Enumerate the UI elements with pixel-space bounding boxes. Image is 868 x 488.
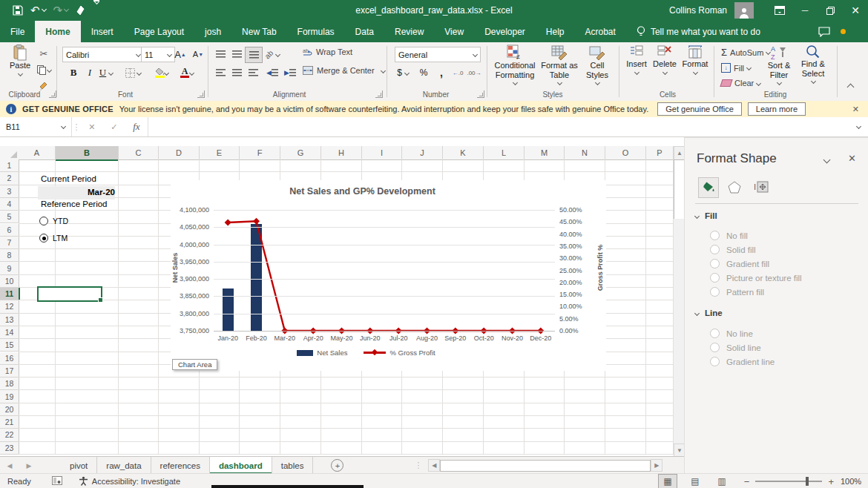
radio-ytd[interactable]: YTD — [39, 217, 68, 225]
merge-center-button[interactable]: Merge & Center — [303, 66, 385, 75]
fill-tab-icon[interactable] — [698, 177, 719, 198]
column-header-I[interactable]: I — [362, 146, 402, 160]
cancel-entry-icon[interactable]: ✕ — [88, 122, 95, 132]
hscroll-right-icon[interactable]: ▶ — [651, 459, 662, 472]
tab-view[interactable]: View — [434, 21, 474, 42]
column-header-G[interactable]: G — [280, 146, 321, 160]
paste-button[interactable]: Paste — [6, 44, 34, 93]
row-header-14[interactable]: 14 — [0, 326, 19, 339]
tell-me-box[interactable]: Tell me what you want to do — [637, 21, 760, 42]
row-header-4[interactable]: 4 — [0, 198, 19, 211]
accessibility-status[interactable]: Accessibility: Investigate — [92, 477, 180, 486]
align-left-icon[interactable] — [212, 65, 228, 80]
increase-indent-icon[interactable]: ▶ — [282, 65, 298, 80]
sort-filter-button[interactable]: AZ Sort & Filter — [763, 44, 795, 93]
banner-close-icon[interactable]: ✕ — [852, 105, 859, 114]
column-header-B[interactable]: B — [56, 146, 119, 161]
line-option-solid-line[interactable]: Solid line — [710, 340, 775, 355]
tab-acrobat[interactable]: Acrobat — [575, 21, 626, 42]
selected-cell[interactable] — [37, 286, 102, 302]
row-header-2[interactable]: 2 — [0, 172, 19, 185]
learn-more-button[interactable]: Learn more — [748, 102, 806, 116]
tab-review[interactable]: Review — [384, 21, 434, 42]
tab-file[interactable]: File — [0, 21, 35, 42]
radio-ytd-circle-icon[interactable] — [39, 217, 48, 225]
gross-profit-line[interactable] — [214, 210, 555, 335]
decrease-font-icon[interactable]: A▼ — [190, 47, 206, 62]
increase-font-icon[interactable]: A▲ — [172, 47, 188, 62]
bold-button[interactable]: B — [65, 65, 82, 80]
left-axis-title[interactable]: Net Sales — [171, 253, 179, 283]
row-header-17[interactable]: 17 — [0, 365, 19, 377]
column-header-F[interactable]: F — [240, 146, 280, 160]
name-box[interactable]: B11 — [0, 117, 72, 136]
zoom-out-icon[interactable]: − — [744, 476, 750, 487]
font-name-combo[interactable]: Calibri — [62, 47, 144, 62]
row-header-16[interactable]: 16 — [0, 352, 19, 365]
format-cells-button[interactable]: Format — [680, 44, 711, 93]
chart-plot-area[interactable] — [214, 210, 555, 331]
font-dialog-launcher-icon[interactable] — [197, 90, 205, 98]
line-option-no-line[interactable]: No line — [710, 326, 775, 340]
currency-format-button[interactable]: $ — [395, 65, 411, 80]
clipboard-dialog-launcher-icon[interactable] — [49, 90, 56, 98]
ribbon-display-options-icon[interactable] — [767, 0, 792, 21]
cell-styles-button[interactable]: Cell Styles — [580, 44, 614, 93]
column-header-J[interactable]: J — [402, 146, 443, 160]
cell-current-period-label[interactable]: Current Period — [41, 174, 130, 183]
effects-tab-icon[interactable] — [725, 177, 744, 197]
tab-new-tab[interactable]: New Tab — [231, 21, 286, 42]
sheet-tab-raw_data[interactable]: raw_data — [97, 457, 151, 474]
row-header-1[interactable]: 1 — [0, 159, 19, 172]
fill-option-solid-fill[interactable]: Solid fill — [710, 243, 802, 257]
comment-icon[interactable] — [818, 27, 830, 37]
legend-item-net-sales[interactable]: Net Sales — [297, 349, 347, 357]
hscroll-left-icon[interactable]: ◀ — [428, 459, 440, 472]
find-select-button[interactable]: Find & Select — [797, 44, 829, 93]
row-header-7[interactable]: 7 — [0, 237, 19, 249]
percent-format-button[interactable]: % — [415, 65, 432, 80]
pane-options-chevron-icon[interactable] — [823, 156, 831, 164]
vscroll-thumb[interactable] — [674, 159, 685, 220]
avatar[interactable] — [734, 2, 754, 19]
tab-page-layout[interactable]: Page Layout — [124, 21, 194, 42]
wrap-text-button[interactable]: ab Wrap Text — [303, 47, 352, 56]
number-format-combo[interactable]: General — [395, 47, 481, 62]
row-header-20[interactable]: 20 — [0, 403, 19, 416]
number-dialog-launcher-icon[interactable] — [477, 90, 484, 98]
fill-section-header[interactable]: Fill — [695, 211, 717, 220]
formula-input[interactable] — [148, 117, 857, 136]
orientation-button[interactable]: ab — [264, 47, 280, 62]
comma-format-button[interactable]: , — [433, 65, 450, 80]
delete-cells-button[interactable]: Delete — [651, 44, 678, 93]
select-all-corner[interactable] — [0, 146, 19, 160]
row-header-6[interactable]: 6 — [0, 224, 19, 237]
confirm-entry-icon[interactable]: ✓ — [111, 122, 117, 132]
row-header-18[interactable]: 18 — [0, 377, 19, 390]
clear-button[interactable]: Clear — [721, 79, 760, 88]
align-top-icon[interactable] — [212, 47, 228, 62]
decrease-decimal-icon[interactable]: .00→ — [466, 65, 482, 80]
column-header-L[interactable]: L — [484, 146, 525, 160]
row-header-8[interactable]: 8 — [0, 249, 19, 262]
row-header-22[interactable]: 22 — [0, 429, 19, 441]
row-header-11[interactable]: 11 — [0, 288, 20, 300]
copy-button[interactable] — [36, 62, 52, 77]
decrease-indent-icon[interactable]: ◀ — [264, 65, 280, 80]
sheet-nav-right-icon[interactable]: ▶ — [19, 457, 39, 474]
fill-option-pattern-fill[interactable]: Pattern fill — [710, 285, 802, 299]
close-button[interactable]: ✕ — [843, 0, 868, 21]
tab-help[interactable]: Help — [536, 21, 575, 42]
cut-button[interactable]: ✂ — [36, 46, 52, 61]
fill-option-gradient-fill[interactable]: Gradient fill — [710, 257, 802, 271]
new-sheet-button[interactable]: + — [331, 459, 343, 472]
zoom-slider-thumb[interactable] — [806, 477, 809, 486]
column-header-E[interactable]: E — [200, 146, 240, 160]
borders-button[interactable] — [125, 65, 141, 80]
hscroll-thumb[interactable] — [440, 460, 651, 472]
legend-item-gross-profit[interactable]: % Gross Profit — [364, 349, 435, 357]
tab-data[interactable]: Data — [345, 21, 384, 42]
column-header-K[interactable]: K — [443, 146, 484, 160]
sheet-tab-references[interactable]: references — [151, 457, 210, 474]
format-as-table-button[interactable]: Format as Table — [540, 44, 579, 93]
